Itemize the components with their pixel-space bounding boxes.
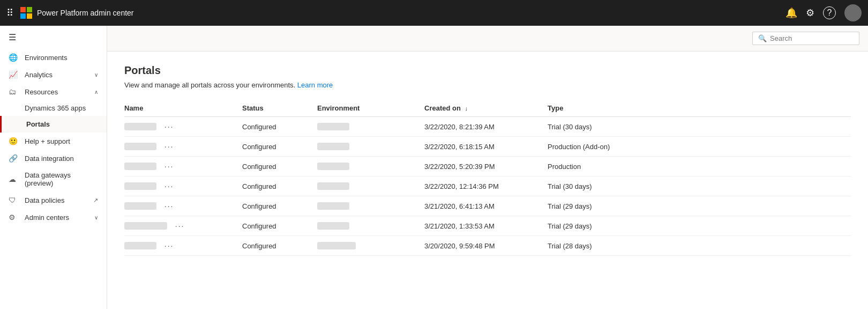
- sidebar-label-dynamics365: Dynamics 365 apps: [25, 104, 86, 112]
- cell-created-on-3: 3/22/2020, 12:14:36 PM: [424, 176, 548, 196]
- search-icon: 🔍: [758, 34, 767, 42]
- topbar: ⠿ Power Platform admin center 🔔 ⚙ ?: [0, 0, 868, 26]
- cell-created-on-4: 3/21/2020, 6:41:13 AM: [424, 196, 548, 216]
- table-row: ··· Configured 3/22/2020, 5:20:39 PM Pro…: [124, 157, 851, 176]
- col-header-created-on[interactable]: Created on ↓: [424, 100, 548, 117]
- admin-centers-icon: ⚙: [9, 213, 19, 222]
- content-area: 🔍 Portals View and manage all portals ac…: [107, 26, 868, 309]
- name-blurred-2: [124, 163, 156, 170]
- sidebar-toggle[interactable]: ☰: [0, 26, 107, 49]
- more-options-btn-2[interactable]: ···: [162, 161, 176, 172]
- more-options-btn-0[interactable]: ···: [162, 121, 176, 132]
- name-blurred-1: [124, 143, 156, 150]
- cell-status-6: Configured: [242, 236, 317, 256]
- sidebar-item-portals[interactable]: Portals: [0, 116, 107, 133]
- environments-icon: 🌐: [9, 53, 19, 62]
- cell-type-3: Trial (30 days): [548, 176, 851, 196]
- cell-created-on-1: 3/22/2020, 6:18:15 AM: [424, 137, 548, 157]
- cell-environment-4: [317, 196, 424, 216]
- cell-status-4: Configured: [242, 196, 317, 216]
- help-support-icon: 🙂: [9, 137, 19, 145]
- sidebar-label-portals: Portals: [26, 120, 98, 128]
- sidebar-label-data-gateways: Data gateways (preview): [25, 171, 98, 187]
- help-icon[interactable]: ?: [823, 6, 836, 19]
- svg-rect-0: [20, 7, 26, 12]
- app-title: Power Platform admin center: [37, 9, 134, 17]
- col-header-environment: Environment: [317, 100, 424, 117]
- env-blurred-4: [317, 202, 349, 210]
- table-row: ··· Configured 3/22/2020, 6:18:15 AM Pro…: [124, 137, 851, 157]
- sidebar-item-admin-centers[interactable]: ⚙ Admin centers ∨: [0, 209, 107, 226]
- page-title: Portals: [124, 64, 851, 77]
- cell-status-1: Configured: [242, 137, 317, 157]
- env-blurred-2: [317, 163, 349, 170]
- learn-more-link[interactable]: Learn more: [297, 81, 333, 89]
- cell-created-on-0: 3/22/2020, 8:21:39 AM: [424, 117, 548, 137]
- sidebar-item-data-gateways[interactable]: ☁ Data gateways (preview): [0, 167, 107, 192]
- analytics-icon: 📈: [9, 70, 19, 79]
- settings-icon[interactable]: ⚙: [806, 7, 814, 19]
- more-options-btn-3[interactable]: ···: [162, 181, 176, 192]
- svg-rect-3: [27, 13, 32, 19]
- col-header-name: Name: [124, 100, 242, 117]
- hamburger-icon: ☰: [9, 32, 16, 42]
- table-header: Name Status Environment Created on ↓: [124, 100, 851, 117]
- microsoft-logo: Power Platform admin center: [20, 6, 134, 19]
- sidebar-label-admin-centers: Admin centers: [25, 214, 94, 222]
- sidebar-label-data-policies: Data policies: [25, 196, 93, 204]
- cell-type-2: Production: [548, 157, 851, 176]
- topbar-icons: 🔔 ⚙ ?: [785, 4, 862, 21]
- cell-status-5: Configured: [242, 216, 317, 236]
- svg-rect-2: [20, 13, 26, 19]
- cell-status-3: Configured: [242, 176, 317, 196]
- sidebar-label-data-integration: Data integration: [25, 154, 98, 163]
- page-description: View and manage all portals across your …: [124, 81, 851, 89]
- analytics-chevron: ∨: [94, 72, 98, 78]
- more-options-btn-5[interactable]: ···: [173, 220, 187, 231]
- table-row: ··· Configured 3/22/2020, 8:21:39 AM Tri…: [124, 117, 851, 137]
- cell-type-6: Trial (28 days): [548, 236, 851, 256]
- table-row: ··· Configured 3/20/2020, 9:59:48 PM Tri…: [124, 236, 851, 256]
- portals-table: Name Status Environment Created on ↓: [124, 100, 851, 256]
- cell-type-5: Trial (29 days): [548, 216, 851, 236]
- sidebar-label-environments: Environments: [25, 54, 98, 62]
- more-options-btn-1[interactable]: ···: [162, 141, 176, 152]
- content-header-bar: 🔍: [107, 26, 868, 52]
- more-options-btn-6[interactable]: ···: [162, 240, 176, 251]
- sidebar-item-environments[interactable]: 🌐 Environments: [0, 49, 107, 66]
- notifications-icon[interactable]: 🔔: [785, 7, 797, 19]
- grid-icon[interactable]: ⠿: [6, 7, 13, 19]
- sidebar-item-dynamics365[interactable]: Dynamics 365 apps: [0, 100, 107, 116]
- cell-name-5: ···: [124, 216, 242, 236]
- data-integration-icon: 🔗: [9, 154, 19, 163]
- cell-environment-2: [317, 157, 424, 176]
- content-body: Portals View and manage all portals acro…: [107, 52, 868, 309]
- col-header-status: Status: [242, 100, 317, 117]
- sidebar-item-data-policies[interactable]: 🛡 Data policies ↗: [0, 192, 107, 209]
- sidebar-item-resources[interactable]: 🗂 Resources ∧: [0, 83, 107, 100]
- cell-environment-0: [317, 117, 424, 137]
- cell-type-0: Trial (30 days): [548, 117, 851, 137]
- cell-name-4: ···: [124, 196, 242, 216]
- name-blurred-6: [124, 242, 156, 249]
- sidebar-item-data-integration[interactable]: 🔗 Data integration: [0, 150, 107, 167]
- cell-type-4: Trial (29 days): [548, 196, 851, 216]
- table-row: ··· Configured 3/21/2020, 1:33:53 AM Tri…: [124, 216, 851, 236]
- name-blurred-3: [124, 182, 156, 190]
- table-row: ··· Configured 3/21/2020, 6:41:13 AM Tri…: [124, 196, 851, 216]
- search-box[interactable]: 🔍: [752, 32, 859, 45]
- resources-chevron: ∧: [94, 89, 98, 95]
- sort-icon-created-on: ↓: [465, 105, 468, 112]
- sidebar-item-analytics[interactable]: 📈 Analytics ∨: [0, 66, 107, 83]
- more-options-btn-4[interactable]: ···: [162, 201, 176, 211]
- search-input[interactable]: [770, 34, 854, 42]
- env-blurred-1: [317, 143, 349, 150]
- resources-icon: 🗂: [9, 87, 19, 96]
- user-avatar[interactable]: [844, 4, 862, 21]
- col-header-type: Type: [548, 100, 851, 117]
- sidebar: ☰ 🌐 Environments 📈 Analytics ∨ 🗂 Resourc…: [0, 26, 107, 309]
- table-body: ··· Configured 3/22/2020, 8:21:39 AM Tri…: [124, 117, 851, 256]
- env-blurred-3: [317, 182, 349, 190]
- sidebar-item-help-support[interactable]: 🙂 Help + support: [0, 133, 107, 150]
- cell-environment-5: [317, 216, 424, 236]
